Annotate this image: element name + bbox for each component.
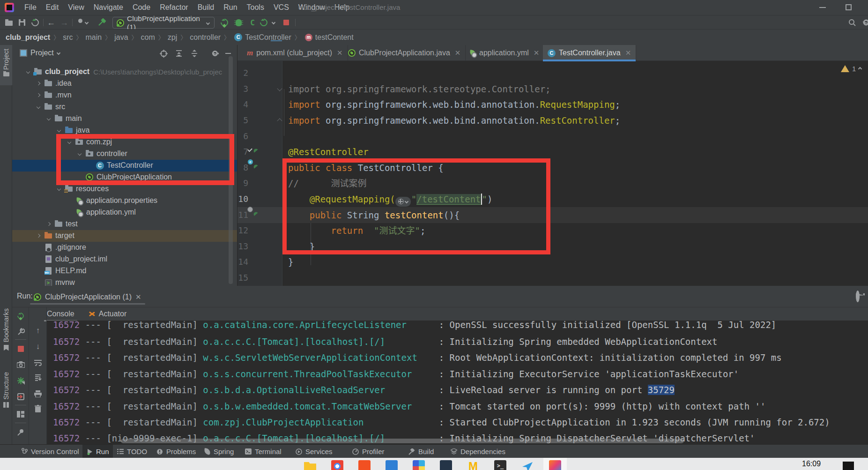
- down-stack-icon[interactable]: ↓: [33, 342, 43, 351]
- menu-refactor[interactable]: Refactor: [155, 3, 193, 12]
- status-item-todo[interactable]: TODO: [117, 445, 147, 458]
- up-stack-icon[interactable]: ↑: [33, 326, 43, 336]
- panel-settings-gear-icon[interactable]: [211, 49, 219, 58]
- fold-marker[interactable]: [277, 86, 282, 91]
- breadcrumb-zpj[interactable]: zpj: [168, 33, 177, 42]
- tree-item-club_project[interactable]: club_projectC:\Users\tianzhongs\Desktop\…: [12, 66, 237, 78]
- status-item-spring[interactable]: Spring: [204, 445, 234, 458]
- taskbar-mcdonalds-icon[interactable]: M: [467, 460, 479, 470]
- status-item-terminal[interactable]: Terminal: [245, 445, 282, 458]
- tree-arrow-down[interactable]: [37, 105, 40, 109]
- menu-file[interactable]: File: [20, 3, 41, 12]
- stop-icon[interactable]: [16, 344, 25, 353]
- thread-dump-camera-icon[interactable]: [16, 360, 25, 369]
- tree-item-main[interactable]: main: [12, 113, 237, 125]
- search-everywhere-icon[interactable]: [847, 17, 857, 28]
- tree-item-.gitignore[interactable]: .gitignore: [12, 242, 237, 254]
- menu-build[interactable]: Build: [193, 3, 219, 12]
- taskbar-chrome-icon[interactable]: [331, 460, 343, 470]
- editor-tab-pom.xml--club-project-[interactable]: mpom.xml (club_project)✕: [242, 45, 348, 61]
- collapse-all-icon[interactable]: [190, 49, 199, 58]
- taskbar-blue-app-icon[interactable]: [386, 460, 398, 470]
- build-hammer-icon[interactable]: [96, 17, 107, 28]
- scroll-to-end-icon[interactable]: [33, 373, 43, 382]
- breadcrumb-java[interactable]: java: [114, 33, 128, 42]
- console-output[interactable]: 16572 --- [ restartedMain] o.a.catalina.…: [47, 321, 868, 444]
- minimize-button[interactable]: [819, 7, 826, 8]
- stop-button[interactable]: [281, 17, 291, 28]
- sidebar-tab-project[interactable]: Project: [0, 45, 12, 85]
- taskbar-idea-icon[interactable]: [549, 460, 561, 470]
- settings-gear-icon[interactable]: [861, 17, 868, 28]
- sync-icon[interactable]: [30, 17, 40, 28]
- tree-arrow-down[interactable]: [47, 117, 51, 120]
- menu-tools[interactable]: Tools: [242, 3, 269, 12]
- tree-item-HELP.md[interactable]: HELP.md: [12, 265, 237, 277]
- profiler-button[interactable]: [259, 17, 269, 28]
- tree-item-.idea[interactable]: .idea: [12, 78, 237, 90]
- status-item-problems[interactable]: Problems: [156, 445, 196, 458]
- soft-wrap-icon[interactable]: [33, 358, 43, 367]
- console-horizontal-scrollbar[interactable]: [121, 439, 684, 443]
- user-dropdown-icon[interactable]: [84, 17, 89, 28]
- taskbar-send-icon[interactable]: [521, 460, 534, 470]
- menu-vcs[interactable]: VCS: [269, 3, 294, 12]
- tree-arrow-down[interactable]: [26, 70, 30, 74]
- tree-arrow-right[interactable]: [47, 222, 51, 226]
- status-item-build[interactable]: Build: [408, 445, 434, 458]
- clear-trash-icon[interactable]: [33, 404, 43, 413]
- tree-arrow-right[interactable]: [37, 234, 40, 238]
- tree-item-club_project.iml[interactable]: club_project.iml: [12, 254, 237, 265]
- inspections-widget[interactable]: 1: [841, 65, 861, 73]
- project-panel-header[interactable]: Project: [12, 45, 237, 61]
- tree-item-mvnw[interactable]: >mvnw: [12, 277, 237, 286]
- open-icon[interactable]: [4, 17, 14, 28]
- breadcrumb-method[interactable]: testContent: [315, 33, 354, 42]
- taskbar-tray-icon[interactable]: [843, 462, 854, 470]
- print-icon[interactable]: [33, 389, 43, 398]
- status-item-services[interactable]: Services: [296, 445, 333, 458]
- tab-console[interactable]: Console: [47, 310, 74, 318]
- coverage-button[interactable]: C: [247, 17, 258, 28]
- tree-item-src[interactable]: src: [12, 101, 237, 113]
- maximize-button[interactable]: [846, 4, 852, 10]
- taskbar-folder-icon[interactable]: [304, 460, 316, 470]
- rerun-icon[interactable]: [16, 311, 25, 321]
- close-tab-icon[interactable]: ✕: [534, 49, 540, 57]
- run-button[interactable]: [219, 17, 230, 28]
- sidebar-tab-structure[interactable]: Structure: [0, 370, 12, 422]
- tree-arrow-right[interactable]: [37, 82, 40, 85]
- breadcrumb-src[interactable]: src: [63, 33, 73, 42]
- status-item-version-control[interactable]: Version Control: [21, 445, 79, 458]
- pin-icon[interactable]: [16, 427, 25, 437]
- taskbar-wps-icon[interactable]: [413, 460, 425, 470]
- editor-tab-ClubProjectApplication.java[interactable]: ClubProjectApplication.java✕: [343, 45, 466, 61]
- tree-arrow-down[interactable]: [57, 187, 61, 191]
- menu-edit[interactable]: Edit: [41, 3, 64, 12]
- layout-icon[interactable]: [16, 410, 25, 419]
- status-item-dependencies[interactable]: Dependencies: [451, 445, 505, 458]
- tree-item-application.yml[interactable]: application.yml: [12, 207, 237, 218]
- save-icon[interactable]: [17, 17, 27, 28]
- close-tab-icon[interactable]: ✕: [455, 49, 461, 57]
- taskbar-terminal-icon[interactable]: >_: [494, 460, 506, 470]
- editor-tab-TestController.java[interactable]: CTestController.java✕: [543, 45, 636, 61]
- fold-marker[interactable]: [277, 118, 282, 123]
- tree-item-.mvn[interactable]: .mvn: [12, 90, 237, 101]
- breadcrumb-com[interactable]: com: [141, 33, 155, 42]
- editor-tab-application.yml[interactable]: application.yml✕: [465, 45, 544, 61]
- close-tab-icon[interactable]: ✕: [625, 49, 631, 57]
- edit-configuration-wrench-icon[interactable]: [16, 327, 25, 336]
- status-item-run[interactable]: Run: [82, 445, 113, 458]
- run-tab[interactable]: ClubProjectApplication (1) ✕: [30, 290, 145, 305]
- debug-button[interactable]: [233, 17, 244, 28]
- tree-item-test[interactable]: test: [12, 218, 237, 230]
- restart-spring-icon[interactable]: [16, 376, 25, 385]
- run-configuration-select[interactable]: ClubProjectApplication (1): [112, 17, 215, 29]
- user-icon[interactable]: [75, 17, 85, 28]
- tab-actuator[interactable]: Actuator: [89, 310, 127, 318]
- tree-arrow-right[interactable]: [37, 93, 40, 97]
- forward-icon[interactable]: →: [59, 17, 69, 28]
- tree-arrow-down[interactable]: [57, 128, 61, 132]
- tree-item-application.properties[interactable]: application.properties: [12, 195, 237, 207]
